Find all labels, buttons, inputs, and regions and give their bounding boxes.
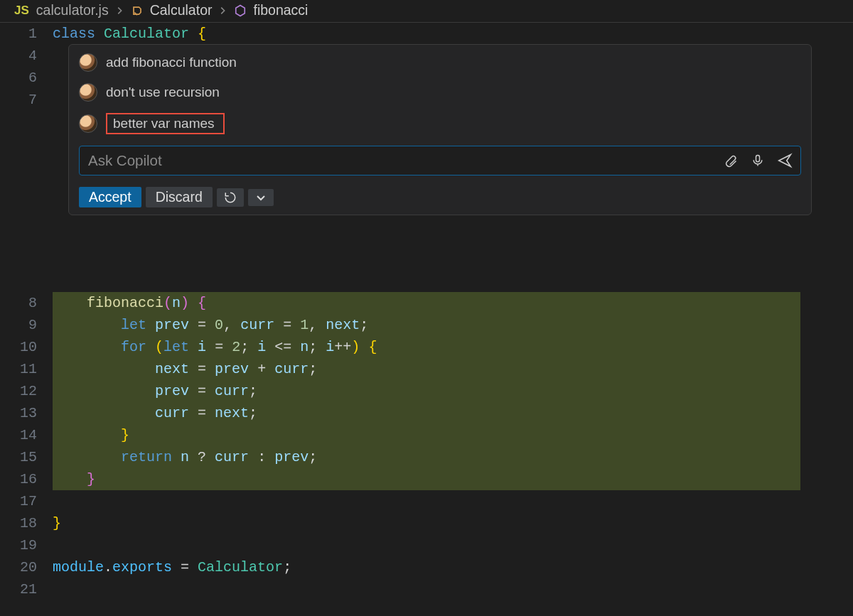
rerun-button[interactable] <box>217 188 244 207</box>
line-number: 9 <box>0 314 37 336</box>
line-number: 18 <box>0 512 37 534</box>
code-line[interactable] <box>53 578 843 600</box>
code-line[interactable]: class Calculator { <box>53 23 843 45</box>
attach-icon[interactable] <box>722 152 739 169</box>
code-line[interactable] <box>53 534 843 556</box>
code-line[interactable]: module.exports = Calculator; <box>53 556 843 578</box>
line-number: 16 <box>0 468 37 490</box>
line-number: 7 <box>0 89 37 111</box>
js-file-icon: JS <box>14 4 29 18</box>
code-line-insert[interactable]: return n ? curr : prev; <box>53 446 800 468</box>
line-number: 20 <box>0 556 37 578</box>
class-icon <box>130 4 144 18</box>
line-number: 19 <box>0 534 37 556</box>
accept-button[interactable]: Accept <box>79 187 141 207</box>
line-number: 12 <box>0 380 37 402</box>
send-icon[interactable] <box>776 152 793 169</box>
chat-input[interactable]: Ask Copilot <box>79 146 801 175</box>
chevron-right-icon <box>114 6 124 16</box>
code-line-insert[interactable]: let prev = 0, curr = 1, next; <box>53 314 800 336</box>
breadcrumb: JS calculator.js Calculator fibonacci <box>0 0 853 23</box>
line-number: 8 <box>0 292 37 314</box>
chat-action-row: Accept Discard <box>79 187 801 207</box>
line-number: 6 <box>0 67 37 89</box>
chat-message: don't use recursion <box>79 83 801 102</box>
chat-message: add fibonacci function <box>79 53 801 72</box>
line-number: 4 <box>0 45 37 67</box>
chat-input-placeholder[interactable]: Ask Copilot <box>87 149 712 172</box>
breadcrumb-file[interactable]: calculator.js <box>36 2 109 18</box>
line-number: 13 <box>0 402 37 424</box>
chevron-right-icon <box>218 6 227 16</box>
chat-message-text: better var names <box>106 113 225 134</box>
more-actions-button[interactable] <box>248 189 274 206</box>
code-line-insert[interactable]: fibonacci(n) { <box>53 292 800 314</box>
line-number-gutter: 1 4 6 7 8 9 10 11 12 13 14 15 16 17 18 1… <box>0 23 53 616</box>
code-line-insert[interactable]: next = prev + curr; <box>53 358 800 380</box>
svg-rect-0 <box>756 156 760 162</box>
mic-icon[interactable] <box>749 152 766 169</box>
line-number: 10 <box>0 336 37 358</box>
code-line-insert[interactable]: } <box>53 468 800 490</box>
code-line-insert[interactable]: for (let i = 2; i <= n; i++) { <box>53 336 800 358</box>
copilot-chat-panel: add fibonacci function don't use recursi… <box>68 44 812 215</box>
code-line[interactable] <box>53 490 843 512</box>
chat-message-text: add fibonacci function <box>106 55 237 70</box>
code-line-insert[interactable]: prev = curr; <box>53 380 800 402</box>
chat-message-text: don't use recursion <box>106 85 220 100</box>
user-avatar <box>79 53 97 72</box>
line-number: 11 <box>0 358 37 380</box>
method-icon <box>233 4 247 18</box>
breadcrumb-method[interactable]: fibonacci <box>253 2 308 18</box>
discard-button[interactable]: Discard <box>146 187 213 207</box>
line-number: 17 <box>0 490 37 512</box>
code-line-insert[interactable]: } <box>53 424 800 446</box>
code-line-insert[interactable]: curr = next; <box>53 402 800 424</box>
line-number: 1 <box>0 23 37 45</box>
line-number: 15 <box>0 446 37 468</box>
chat-message: better var names <box>79 113 801 134</box>
code-line[interactable]: } <box>53 512 843 534</box>
user-avatar <box>79 83 97 102</box>
user-avatar <box>79 114 97 133</box>
breadcrumb-class[interactable]: Calculator <box>150 2 213 18</box>
line-number: 21 <box>0 578 37 600</box>
line-number: 14 <box>0 424 37 446</box>
